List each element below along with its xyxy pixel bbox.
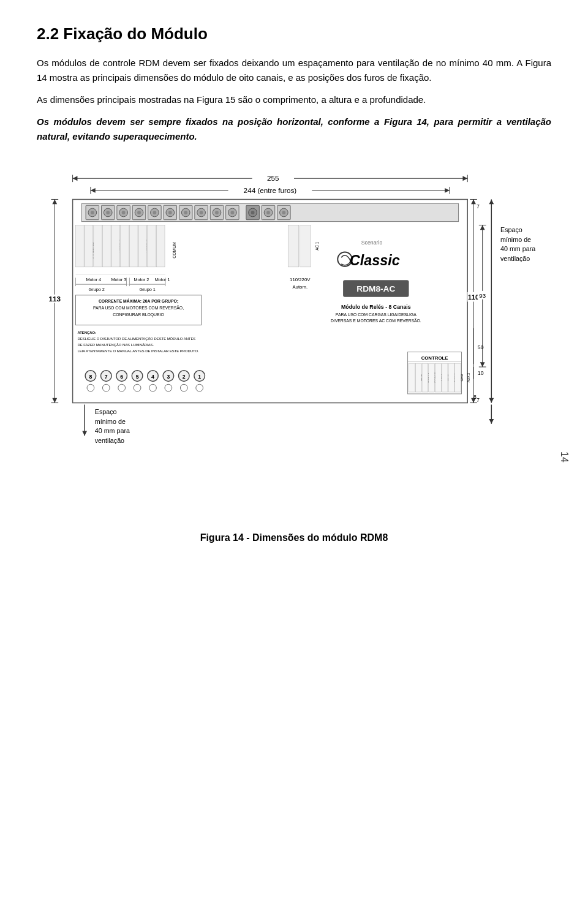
svg-rect-102	[409, 363, 415, 392]
svg-marker-127	[480, 225, 485, 230]
svg-rect-97	[300, 225, 311, 266]
svg-rect-108	[429, 363, 435, 392]
figure-diagram: 255 244 (entre furos) // This is handled…	[37, 156, 551, 524]
svg-point-89	[165, 384, 172, 391]
svg-point-83	[134, 384, 141, 391]
svg-point-52	[282, 211, 285, 214]
right-label-3: 40 mm para	[500, 245, 535, 252]
svg-rect-58	[121, 225, 129, 266]
dim-255-label: 255	[267, 174, 279, 182]
paragraph-3-bold: Os módulos devem ser sempre fixados na p…	[37, 115, 551, 144]
dim-93: 93	[479, 292, 486, 299]
dim-244-label: 244 (entre furos)	[244, 186, 297, 194]
svg-point-86	[149, 384, 157, 391]
warning-line2: CONFIGURAR BLOQUEIO	[113, 312, 164, 317]
svg-text:7: 7	[105, 374, 108, 380]
svg-marker-134	[489, 398, 494, 403]
svg-point-95	[196, 384, 203, 391]
svg-text:AUX 2: AUX 2	[467, 373, 470, 383]
svg-marker-121	[471, 199, 476, 204]
warning-line1: PARA USO COM MOTORES COM REVERSÃO,	[93, 305, 184, 310]
paragraph-1: Os módulos de controle RDM devem ser fix…	[37, 56, 551, 85]
svg-rect-104	[415, 363, 421, 392]
svg-point-34	[184, 211, 187, 214]
svg-point-19	[106, 211, 110, 214]
svg-rect-55	[94, 225, 102, 266]
svg-point-49	[266, 211, 270, 214]
svg-point-22	[122, 211, 126, 214]
ac1-label: AC 1	[315, 241, 319, 251]
dim-10: 10	[478, 370, 484, 376]
svg-rect-110	[435, 363, 442, 392]
svg-rect-112	[442, 363, 448, 392]
svg-rect-114	[448, 363, 454, 392]
svg-text:2: 2	[183, 374, 186, 380]
svg-marker-128	[480, 362, 485, 367]
motor1-label: Motor 1	[155, 277, 170, 282]
bottom-label-4: ventilação	[95, 437, 124, 444]
figure-caption: Figura 14 - Dimensões do módulo RDM8	[37, 532, 551, 543]
svg-rect-116	[455, 363, 461, 392]
dim-7-top: 7	[477, 203, 480, 210]
product-usage-2: DIVERSAS E MOTORES AC COM REVERSÃO.	[331, 318, 421, 323]
svg-rect-57	[111, 225, 120, 266]
ac-voltage: 110/220V	[290, 277, 311, 282]
right-label-2: mínimo de	[500, 236, 531, 243]
svg-rect-96	[288, 225, 299, 266]
svg-rect-54	[85, 225, 93, 266]
svg-point-77	[102, 384, 110, 391]
dim-113: 113	[49, 295, 61, 303]
svg-marker-4	[73, 176, 78, 181]
attention-line3: LEIA ATENTAMENTE O MANUAL ANTES DE INSTA…	[77, 349, 199, 353]
svg-rect-106	[422, 363, 428, 392]
svg-text:8: 8	[89, 374, 92, 380]
dim-7-bottom: 7	[477, 397, 480, 403]
svg-point-92	[180, 384, 187, 391]
dim-110: 110	[468, 293, 479, 301]
svg-point-16	[91, 211, 94, 214]
svg-rect-60	[138, 225, 147, 266]
svg-point-25	[137, 211, 141, 214]
svg-marker-139	[52, 398, 57, 403]
svg-marker-144	[489, 419, 494, 424]
group1-label: Grupo 1	[139, 287, 155, 292]
control-title: CONTROLE	[421, 355, 448, 361]
motor3-label: Motor 3	[111, 277, 126, 282]
motor4-label: Motor 4	[86, 277, 101, 282]
svg-text:3: 3	[167, 374, 170, 380]
ac-auto: Autom.	[292, 284, 307, 290]
svg-text:1: 1	[198, 374, 201, 380]
svg-point-43	[230, 211, 234, 214]
motor2-label: Motor 2	[134, 277, 149, 282]
svg-rect-59	[129, 225, 138, 266]
classic-brand: Classic	[350, 252, 400, 268]
bottom-label-2: mínimo de	[95, 418, 126, 425]
svg-text:5: 5	[136, 374, 139, 380]
svg-point-80	[118, 384, 126, 391]
svg-text:6: 6	[120, 374, 123, 380]
svg-text:4: 4	[151, 374, 154, 380]
svg-marker-133	[489, 199, 494, 204]
page-number: 14	[559, 452, 570, 463]
right-label-4: ventilação	[500, 255, 530, 262]
svg-marker-5	[462, 176, 467, 181]
svg-point-31	[168, 211, 172, 214]
attention-title: ATENÇÃO:	[77, 331, 96, 334]
svg-marker-11	[445, 188, 450, 193]
right-label-1: Espaço	[500, 226, 522, 233]
svg-rect-62	[156, 225, 165, 266]
svg-point-46	[251, 211, 255, 214]
svg-point-37	[200, 211, 203, 214]
section-title: 2.2 Fixação do Módulo	[37, 25, 551, 43]
product-name: Módulo de Relés - 8 Canais	[341, 304, 411, 310]
dim-50: 50	[478, 344, 484, 350]
svg-point-28	[153, 211, 156, 214]
svg-point-74	[87, 384, 94, 391]
product-code: RDM8-AC	[356, 284, 395, 293]
paragraph-2: As dimensões principais mostradas na Fig…	[37, 93, 551, 107]
scenario-brand: Scenario	[361, 240, 383, 246]
product-usage-1: PARA USO COM CARGAS LIGA/DESLIGA	[336, 312, 417, 317]
svg-rect-53	[75, 225, 84, 266]
warning-title: CORRENTE MÁXIMA: 20A POR GRUPO;	[99, 298, 178, 304]
svg-marker-10	[91, 188, 96, 193]
